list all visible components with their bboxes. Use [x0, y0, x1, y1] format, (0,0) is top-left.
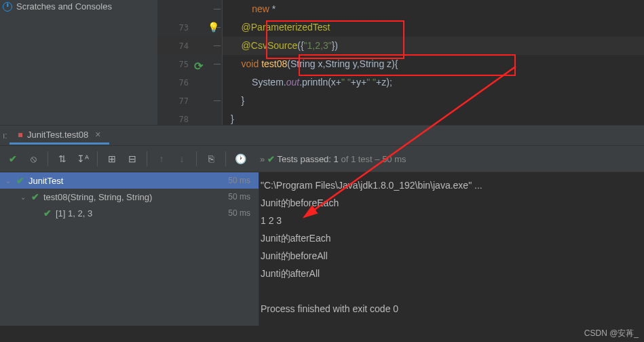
run-tab[interactable]: ◆ JunitTest.test08 × [10, 126, 109, 145]
watermark: CSDN @安苒_ [584, 328, 639, 339]
check-icon: ✔ [43, 208, 52, 218]
next-button[interactable]: ↓ [173, 150, 191, 168]
sort-down-button[interactable]: ⇅ [54, 150, 71, 168]
run-tab-bar: ı: ◆ JunitTest.test08 × [0, 125, 644, 145]
line-number: 75 [174, 60, 189, 69]
tree-root-label: JunitTest [29, 176, 63, 186]
output-line: "C:\Program Files\Java\jdk1.8.0_192\bin\… [261, 176, 643, 194]
project-panel: Scratches and Consoles [0, 0, 157, 125]
line-number: 76 [174, 78, 189, 88]
output-line: Junti的afterAll [261, 265, 643, 282]
show-passed-button[interactable]: ✔ [4, 150, 22, 168]
scratches-label: Scratches and Consoles [16, 1, 112, 12]
sort-alpha-button[interactable]: ↧ᴬ [74, 150, 92, 168]
clock-icon [3, 2, 12, 12]
bulb-icon[interactable]: 💡 [208, 18, 219, 37]
tree-node[interactable]: ⌄ ✔ test08(String, String, String) 50 ms [0, 189, 259, 205]
output-line: 1 2 3 [261, 212, 643, 229]
tree-time: 50 ms [228, 176, 250, 185]
line-number: 77 [174, 96, 189, 106]
output-line [261, 282, 643, 300]
expand-button[interactable]: ⊞ [103, 150, 121, 168]
test-status: » ✔ Tests passed: 1 of 1 test – 50 ms [260, 154, 406, 164]
scratches-item[interactable]: Scratches and Consoles [0, 0, 157, 13]
chevron-down-icon: ⌄ [5, 177, 12, 185]
prev-button[interactable]: ↑ [153, 150, 170, 168]
tree-time: 50 ms [228, 192, 250, 202]
check-icon: ✔ [31, 191, 39, 202]
output-line: Junit的afterEach [261, 229, 643, 247]
output-line: Junit的beforeAll [261, 247, 643, 265]
export-button[interactable]: ⎘ [202, 150, 220, 168]
close-icon[interactable]: × [95, 129, 100, 140]
check-icon: ✔ [16, 175, 24, 186]
code-editor[interactable]: new * 💡 @ParameterizedTest @CsvSource({"… [223, 0, 644, 125]
show-ignored-button[interactable]: ⦸ [24, 150, 42, 168]
output-line: Process finished with exit code 0 [261, 300, 643, 318]
tree-time: 50 ms [228, 208, 250, 218]
console-output[interactable]: "C:\Program Files\Java\jdk1.8.0_192\bin\… [259, 172, 644, 326]
tree-root[interactable]: ⌄ ✔ JunitTest 50 ms [0, 172, 259, 189]
run-gutter-icon[interactable]: ⟳ [194, 60, 204, 69]
collapse-button[interactable]: ⊟ [124, 150, 141, 168]
chevron-down-icon: ⌄ [20, 193, 27, 201]
run-label: ı: [0, 131, 10, 140]
test-toolbar: ✔ ⦸ ⇅ ↧ᴬ ⊞ ⊟ ↑ ↓ ⎘ 🕐 » ✔ Tests passed: 1… [0, 145, 644, 172]
line-number: 73 [174, 23, 189, 33]
tree-leaf[interactable]: ✔ [1] 1, 2, 3 50 ms [0, 205, 259, 221]
test-tree: ⌄ ✔ JunitTest 50 ms ⌄ ✔ test08(String, S… [0, 172, 259, 326]
tree-leaf-label: [1] 1, 2, 3 [56, 208, 92, 218]
junit-icon: ◆ [16, 130, 26, 140]
output-line: Junit的beforeEach [261, 194, 643, 212]
tree-node-label: test08(String, String, String) [43, 192, 152, 202]
tab-label: JunitTest.test08 [27, 130, 88, 140]
history-button[interactable]: 🕐 [231, 150, 249, 168]
line-number: 74 [174, 41, 189, 51]
line-number: 78 [174, 115, 189, 124]
